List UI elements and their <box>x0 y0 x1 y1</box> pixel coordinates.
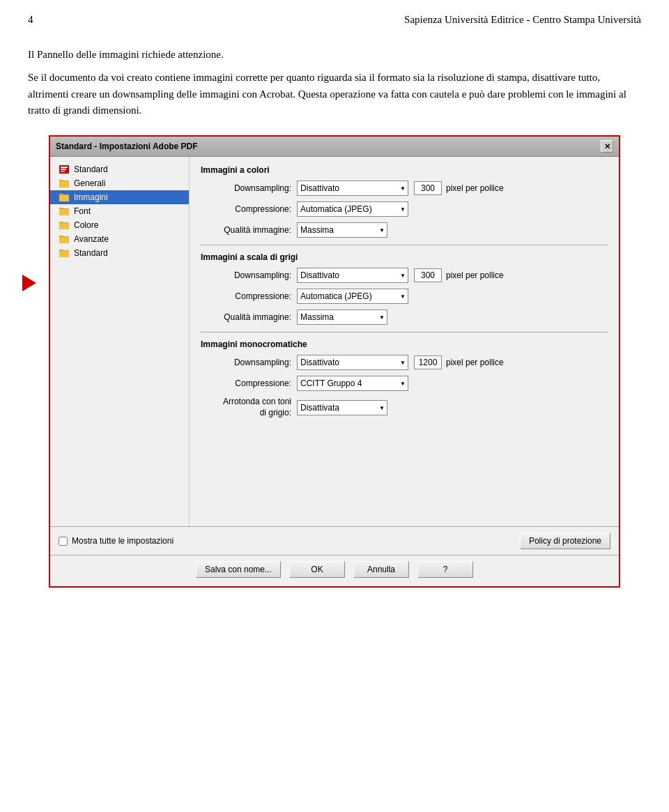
ok-button[interactable]: OK <box>289 561 345 578</box>
sidebar-item-standard2[interactable]: Standard <box>50 246 189 260</box>
paragraph-2: Se il documento da voi creato contiene i… <box>28 70 641 118</box>
mono-compression-select[interactable]: CCITT Gruppo 4 <box>297 376 408 391</box>
sidebar-label-colore: Colore <box>74 220 98 230</box>
folder-icon-avanzate <box>59 234 70 244</box>
folder-icon-font <box>59 206 70 216</box>
sidebar-item-avanzate[interactable]: Avanzate <box>50 232 189 246</box>
sidebar-label-standard2: Standard <box>74 248 108 258</box>
sidebar-label-immagini: Immagini <box>74 192 108 202</box>
sidebar-item-generali[interactable]: Generali <box>50 176 189 190</box>
color-downsampling-label: Downsampling: <box>201 183 291 193</box>
sidebar-label-standard: Standard <box>74 164 108 174</box>
folder-icon-standard2 <box>59 248 70 258</box>
gray-downsampling-pixel-label: pixel per pollice <box>446 270 504 280</box>
color-compression-label: Compressione: <box>201 204 291 214</box>
folder-icon-generali <box>59 178 70 188</box>
sidebar-label-font: Font <box>74 206 91 216</box>
help-button[interactable]: ? <box>417 561 473 578</box>
color-downsampling-select-wrapper[interactable]: Disattivato <box>297 181 408 196</box>
mono-antialias-row: Arrotonda con toni di grigio: Disattivat… <box>201 397 608 418</box>
color-quality-select[interactable]: Massima <box>297 222 387 238</box>
color-downsampling-pixel-label: pixel per pollice <box>446 183 504 193</box>
paragraph-1: Il Pannello delle immagini richiede atte… <box>28 47 641 63</box>
gray-compression-select[interactable]: Automatica (JPEG) <box>297 289 408 304</box>
color-compression-row: Compressione: Automatica (JPEG) <box>201 201 608 217</box>
color-downsampling-pixel-value: 300 <box>414 181 442 195</box>
section-color-images-title: Immagini a colori <box>201 165 608 175</box>
gray-downsampling-select[interactable]: Disattivato <box>297 268 408 283</box>
color-compression-select-wrapper[interactable]: Automatica (JPEG) <box>297 201 408 217</box>
color-downsampling-row: Downsampling: Disattivato 300 pixel per … <box>201 181 608 196</box>
color-quality-row: Qualità immagine: Massima <box>201 222 608 238</box>
dialog-title: Standard - Impostazioni Adobe PDF <box>56 141 198 151</box>
mono-compression-select-wrapper[interactable]: CCITT Gruppo 4 <box>297 376 408 391</box>
gray-quality-row: Qualità immagine: Massima <box>201 309 608 325</box>
section-mono-images-title: Immagini monocromatiche <box>201 339 608 349</box>
text-content: Il Pannello delle immagini richiede atte… <box>28 47 641 118</box>
svg-rect-2 <box>61 169 66 170</box>
color-quality-label: Qualità immagine: <box>201 225 291 235</box>
protection-button[interactable]: Policy di protezione <box>520 533 610 549</box>
cancel-button[interactable]: Annulla <box>353 561 409 578</box>
dialog-main-panel: Immagini a colori Downsampling: Disattiv… <box>190 157 619 526</box>
mono-downsampling-pixel-value: 1200 <box>414 355 442 369</box>
mono-antialias-select[interactable]: Disattivata <box>297 400 387 415</box>
folder-icon-colore <box>59 220 70 230</box>
color-downsampling-select[interactable]: Disattivato <box>297 181 408 196</box>
sidebar-label-generali: Generali <box>74 178 105 188</box>
close-button[interactable]: ✕ <box>601 140 613 153</box>
color-compression-select[interactable]: Automatica (JPEG) <box>297 201 408 217</box>
mono-compression-label: Compressione: <box>201 378 291 388</box>
gray-quality-label: Qualità immagine: <box>201 312 291 322</box>
gray-downsampling-pixel-value: 300 <box>414 268 442 282</box>
show-all-settings-label: Mostra tutte le impostazioni <box>72 536 174 546</box>
mono-antialias-label: Arrotonda con toni di grigio: <box>201 397 291 418</box>
dialog-sidebar: Standard Generali <box>50 157 190 526</box>
mono-downsampling-select-wrapper[interactable]: Disattivato <box>297 355 408 370</box>
adobe-pdf-dialog: Standard - Impostazioni Adobe PDF ✕ <box>49 135 620 588</box>
gray-compression-select-wrapper[interactable]: Automatica (JPEG) <box>297 289 408 304</box>
gray-compression-row: Compressione: Automatica (JPEG) <box>201 289 608 304</box>
mono-downsampling-label: Downsampling: <box>201 358 291 367</box>
folder-icon-immagini <box>59 192 70 202</box>
dialog-bottom-bar: Mostra tutte le impostazioni Policy di p… <box>50 526 619 555</box>
mono-antialias-select-wrapper[interactable]: Disattivata <box>297 400 387 415</box>
sidebar-label-avanzate: Avanzate <box>74 234 109 244</box>
color-quality-select-wrapper[interactable]: Massima <box>297 222 387 238</box>
section-gray-images-title: Immagini a scala di grigi <box>201 252 608 262</box>
standard-icon <box>59 164 70 174</box>
page-title: Sapienza Università Editrice - Centro St… <box>404 14 641 26</box>
show-all-settings-wrapper[interactable]: Mostra tutte le impostazioni <box>59 536 174 546</box>
gray-compression-label: Compressione: <box>201 291 291 301</box>
gray-downsampling-select-wrapper[interactable]: Disattivato <box>297 268 408 283</box>
mono-downsampling-row: Downsampling: Disattivato 1200 pixel per… <box>201 355 608 370</box>
gray-downsampling-row: Downsampling: Disattivato 300 pixel per … <box>201 268 608 283</box>
show-all-settings-checkbox[interactable] <box>59 537 68 546</box>
page-number: 4 <box>28 14 33 26</box>
sidebar-item-standard[interactable]: Standard <box>50 162 189 176</box>
sidebar-item-colore[interactable]: Colore <box>50 218 189 232</box>
mono-downsampling-select[interactable]: Disattivato <box>297 355 408 370</box>
mono-downsampling-pixel-label: pixel per pollice <box>446 358 504 367</box>
gray-downsampling-label: Downsampling: <box>201 270 291 280</box>
gray-quality-select-wrapper[interactable]: Massima <box>297 309 387 325</box>
dialog-titlebar: Standard - Impostazioni Adobe PDF ✕ <box>50 137 619 157</box>
save-as-button[interactable]: Salva con nome... <box>196 561 281 578</box>
sidebar-item-font[interactable]: Font <box>50 204 189 218</box>
svg-rect-1 <box>61 167 68 168</box>
protection-btn-wrapper: Policy di protezione <box>520 533 610 549</box>
arrow-indicator <box>22 275 36 294</box>
svg-rect-3 <box>61 171 65 172</box>
mono-compression-row: Compressione: CCITT Gruppo 4 <box>201 376 608 391</box>
sidebar-item-immagini[interactable]: Immagini <box>50 190 189 204</box>
gray-quality-select[interactable]: Massima <box>297 309 387 325</box>
dialog-footer: Salva con nome... OK Annulla ? <box>50 555 619 586</box>
